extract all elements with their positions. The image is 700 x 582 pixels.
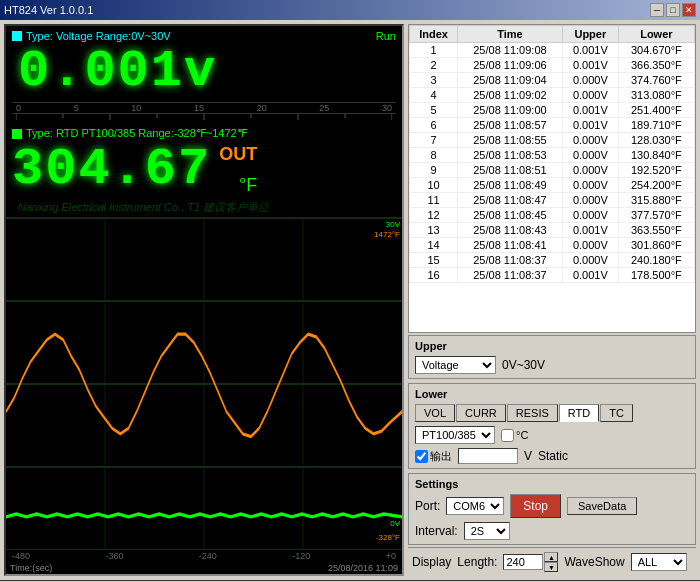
time-label: Time:(sec) — [10, 563, 52, 573]
watermark: Nanxing Electrical Instrument Co., T1 建议… — [12, 200, 396, 215]
celsius-checkbox[interactable] — [501, 429, 514, 442]
port-select[interactable]: COM6 COM1 COM2 COM3 — [446, 497, 504, 515]
rtd-section: Type: RTD PT100/385 Range:-328℉~1472℉ 30… — [6, 125, 402, 217]
table-row: 625/08 11:08:570.001V189.710°F — [410, 118, 695, 133]
table-row: 525/08 11:09:000.001V251.400°F — [410, 103, 695, 118]
close-button[interactable]: ✕ — [682, 3, 696, 17]
static-label: Static — [538, 449, 568, 463]
maximize-button[interactable]: □ — [666, 3, 680, 17]
rtd-indicator — [12, 129, 22, 139]
table-row: 725/08 11:08:550.000V128.030°F — [410, 133, 695, 148]
upper-title: Upper — [415, 340, 689, 352]
main-content: Type: Voltage Range:0V~30V Run 0.001v 0 … — [0, 20, 700, 580]
chart-svg — [6, 218, 402, 550]
title-bar: HT824 Ver 1.0.0.1 ─ □ ✕ — [0, 0, 700, 20]
rtd-type-select[interactable]: PT100/385 PT100/392 PT1000 — [415, 426, 495, 444]
upper-ctrl-section: Upper Voltage Current Resistance 0V~30V — [408, 335, 696, 379]
chart-top-temp: 1472°F — [374, 230, 400, 239]
interval-select[interactable]: 2S 1S 5S 10S — [464, 522, 510, 540]
save-button[interactable]: SaveData — [567, 497, 637, 515]
table-row: 125/08 11:09:080.001V304.670°F — [410, 43, 695, 58]
col-upper: Upper — [562, 26, 618, 43]
out-label: OUT — [219, 144, 257, 165]
tab-vol[interactable]: VOL — [415, 404, 455, 422]
table-row: 325/08 11:09:040.000V374.760°F — [410, 73, 695, 88]
tab-rtd[interactable]: RTD — [559, 404, 599, 422]
settings-row1: Port: COM6 COM1 COM2 COM3 Stop SaveData — [415, 494, 689, 518]
scale-5: 5 — [74, 103, 79, 113]
table-row: 1325/08 11:08:430.001V363.550°F — [410, 223, 695, 238]
data-table[interactable]: Index Time Upper Lower 125/08 11:09:080.… — [408, 24, 696, 333]
rtd-unit: °F — [239, 175, 257, 196]
settings-section: Settings Port: COM6 COM1 COM2 COM3 Stop … — [408, 473, 696, 545]
table-row: 1225/08 11:08:450.000V377.570°F — [410, 208, 695, 223]
rtd-display-row: 304.67 OUT °F — [12, 140, 396, 200]
x-label-2: -240 — [199, 551, 217, 561]
voltage-indicator — [12, 31, 22, 41]
chart-timestamp: 25/08/2016 11:09 — [328, 563, 398, 573]
oscilloscope-panel: Type: Voltage Range:0V~30V Run 0.001v 0 … — [4, 24, 404, 576]
voltage-header: Type: Voltage Range:0V~30V Run — [12, 30, 396, 42]
voltage-type-label: Type: Voltage Range:0V~30V — [12, 30, 171, 42]
app-title: HT824 Ver 1.0.0.1 — [4, 4, 93, 16]
length-input[interactable] — [503, 554, 543, 570]
table-row: 1125/08 11:08:470.000V315.880°F — [410, 193, 695, 208]
rtd-display: 304.67 — [12, 144, 211, 196]
chart-bottom-bar: Time:(sec) 25/08/2016 11:09 — [6, 562, 402, 574]
scale-15: 15 — [194, 103, 204, 113]
output-check-label: 输出 — [415, 449, 452, 464]
length-arrows: ▲ ▼ — [544, 552, 558, 572]
table-row: 1425/08 11:08:410.000V301.860°F — [410, 238, 695, 253]
lower-title: Lower — [415, 388, 689, 400]
col-time: Time — [458, 26, 563, 43]
tab-resis[interactable]: RESIS — [507, 404, 558, 422]
settings-row2: Interval: 2S 1S 5S 10S — [415, 522, 689, 540]
tab-tc[interactable]: TC — [600, 404, 633, 422]
voltage-display: 0.001v — [12, 44, 396, 100]
scale-10: 10 — [131, 103, 141, 113]
v-label: V — [524, 449, 532, 463]
minimize-button[interactable]: ─ — [650, 3, 664, 17]
length-up-btn[interactable]: ▲ — [544, 552, 558, 562]
x-label-1: -360 — [105, 551, 123, 561]
x-label-0: -480 — [12, 551, 30, 561]
x-label-4: +0 — [386, 551, 396, 561]
scale-0: 0 — [16, 103, 21, 113]
right-panel: Index Time Upper Lower 125/08 11:09:080.… — [408, 24, 696, 576]
table-row: 425/08 11:09:020.000V313.080°F — [410, 88, 695, 103]
lower-rtd-row: PT100/385 PT100/392 PT1000 °C — [415, 426, 689, 444]
interval-label: Interval: — [415, 524, 458, 538]
output-value-input[interactable] — [458, 448, 518, 464]
rtd-type-label: Type: RTD PT100/385 Range:-328℉~1472℉ — [12, 127, 396, 140]
lower-ctrl-section: Lower VOL CURR RESIS RTD TC PT100/385 PT… — [408, 383, 696, 469]
length-down-btn[interactable]: ▼ — [544, 562, 558, 572]
chart-area: 30V 1472°F 0V -328°F — [6, 217, 402, 550]
col-lower: Lower — [618, 26, 694, 43]
table-row: 925/08 11:08:510.000V192.520°F — [410, 163, 695, 178]
tab-curr[interactable]: CURR — [456, 404, 506, 422]
port-label: Port: — [415, 499, 440, 513]
lower-tab-group: VOL CURR RESIS RTD TC — [415, 404, 633, 422]
chart-neg-temp: -328°F — [376, 533, 400, 542]
voltage-scale-ticks — [12, 113, 396, 125]
table-row: 1625/08 11:08:370.001V178.500°F — [410, 268, 695, 283]
table-row: 1025/08 11:08:490.000V254.200°F — [410, 178, 695, 193]
upper-range: 0V~30V — [502, 358, 545, 372]
scale-25: 25 — [319, 103, 329, 113]
wave-select[interactable]: ALL Upper Lower — [631, 553, 687, 571]
display-title: Display — [412, 555, 451, 569]
table-row: 825/08 11:08:530.000V130.840°F — [410, 148, 695, 163]
display-section: Display Length: ▲ ▼ WaveShow ALL Upper L… — [408, 547, 696, 576]
lower-output-row: 输出 V Static — [415, 448, 689, 464]
window-controls: ─ □ ✕ — [650, 3, 696, 17]
upper-type-select[interactable]: Voltage Current Resistance — [415, 356, 496, 374]
upper-ctrl-row: Voltage Current Resistance 0V~30V — [415, 356, 689, 374]
chart-top-voltage: 30V — [386, 220, 400, 229]
stop-button[interactable]: Stop — [510, 494, 561, 518]
wave-label: WaveShow — [564, 555, 624, 569]
output-checkbox[interactable] — [415, 450, 428, 463]
table-row: 225/08 11:09:060.001V366.350°F — [410, 58, 695, 73]
voltage-section: Type: Voltage Range:0V~30V Run 0.001v 0 … — [6, 26, 402, 125]
chart-zero-v: 0V — [390, 519, 400, 528]
run-label: Run — [376, 30, 396, 42]
